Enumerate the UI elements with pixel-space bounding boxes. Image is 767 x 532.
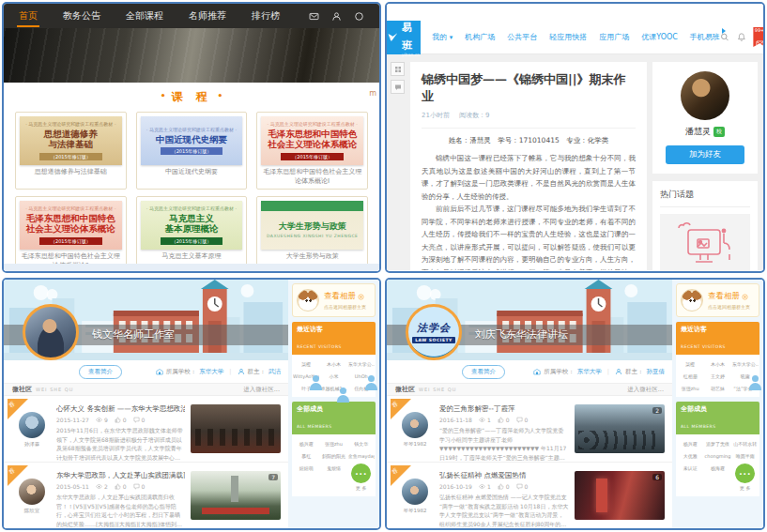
likes-icon[interactable] — [115, 483, 121, 490]
visitor-item[interactable]: 柒橙 — [293, 359, 319, 367]
view-album-card[interactable]: 查看相册 点击返回相册群主页 — [292, 283, 376, 317]
comments-icon[interactable] — [516, 483, 523, 490]
enter-community-link[interactable]: 进入微社区... — [243, 386, 280, 394]
group-info-row: 查看简介 所属学校：东华大学 | 群主：武洁 — [4, 360, 288, 383]
nav-item-org-plaza[interactable]: 机构广场 — [465, 32, 495, 42]
post-photo[interactable] — [191, 404, 281, 453]
view-intro-button[interactable]: 查看简介 — [79, 365, 122, 379]
course-card[interactable]: 大学生形势与政策 DAXUESHENG XINGSHI YU ZHENGCE 大… — [256, 196, 368, 273]
nav-item-yooc[interactable]: 优课YOOC — [641, 32, 678, 42]
add-friend-button[interactable]: 加为好友 — [666, 145, 744, 164]
nav-item-public-platform[interactable]: 公共平台 — [507, 32, 537, 42]
member-item[interactable]: 慕红 — [293, 451, 319, 459]
bell-icon[interactable] — [737, 32, 746, 42]
member-item[interactable]: 大优雅 — [677, 451, 703, 459]
post-title-link[interactable]: 弘扬长征精神 点燃爱国热情 — [439, 471, 569, 480]
comments-toggle-icon[interactable] — [391, 80, 405, 94]
post-photo[interactable]: 6 — [575, 471, 665, 520]
post-title-link[interactable]: 东华大学思政部，人文赴茅山实践团满载而归收官！！ — [56, 471, 185, 480]
more-members-item[interactable]: ···更 多 — [348, 464, 375, 491]
member-item[interactable]: 山不转水转 — [732, 439, 759, 447]
comments-icon[interactable] — [516, 417, 523, 423]
layout-toggle-icon[interactable] — [391, 62, 405, 76]
post-paragraph: 前前后后不过几节课，这门课程尽可能多地为我们学生请到了不同学院，不同学科的老师来… — [422, 203, 636, 270]
member-item[interactable]: 杨兴霆 — [293, 439, 319, 447]
likes-icon[interactable] — [498, 417, 504, 423]
member-item[interactable]: 追梦了无痕 — [704, 439, 730, 447]
visitor-item[interactable]: 东华大学公... — [732, 359, 759, 367]
messages-ribbon-icon[interactable]: 99+ — [753, 27, 765, 47]
cover-title: 社会主义理论体系概论 — [268, 139, 357, 149]
post-title-link[interactable]: 爱的三角形解密--丁霞萍 — [439, 404, 569, 414]
visitor-item[interactable]: 胡艺妹 — [704, 384, 730, 391]
visitor-item[interactable]: 小米 — [320, 372, 346, 379]
member-item[interactable]: 鬼烦恼 — [320, 464, 346, 491]
member-item[interactable]: 唯圆半雨 — [732, 451, 759, 459]
nav-item-mobile-yiban[interactable]: 手机易班 — [690, 32, 720, 42]
view-intro-button[interactable]: 查看简介 — [462, 365, 505, 379]
visitor-item[interactable]: 卓越机械1... — [320, 384, 346, 391]
enter-community-link[interactable]: 进入微社区... — [627, 386, 664, 394]
visitor-item[interactable]: 东华大学公... — [348, 359, 375, 367]
author-avatar[interactable] — [681, 71, 729, 120]
view-album-card[interactable]: 查看相册 点击返回相册群主页 — [676, 283, 759, 317]
views-icon — [479, 483, 485, 490]
nav-item-home[interactable]: 首页 — [19, 4, 38, 28]
post-excerpt: “爱的三角形解密”——丁霞萍老师为人文学院党委学习小组同学主题讲座丁老师 ▼▼▼… — [439, 426, 569, 462]
course-card[interactable]: · 马克思主义理论研究和建设工程重点教材 · 毛泽东思想和中国特色 社会主义理论… — [256, 112, 368, 190]
member-item[interactable]: 斜阳的阳光 — [320, 451, 346, 459]
course-card[interactable]: · 马克思主义理论研究和建设工程重点教材 · 毛泽东思想和中国特色 社会主义理论… — [15, 196, 127, 273]
post-photo[interactable]: 2 — [575, 404, 665, 453]
school-link[interactable]: 东华大学 — [577, 368, 602, 376]
member-item[interactable]: 金鱼mayday — [348, 451, 375, 459]
visitor-item[interactable]: 木小木 — [704, 359, 730, 367]
member-item[interactable]: 妞妞萌 — [293, 464, 319, 491]
more-link[interactable]: m — [369, 89, 376, 98]
member-item[interactable]: 钱文华 — [348, 439, 375, 447]
likes-icon[interactable] — [115, 417, 121, 423]
visitor-item[interactable]: 王文婷 — [704, 372, 730, 379]
post-title-link[interactable]: 心怀大义 务实创新 ——东华大学思想政治理论实践教育活动 — [56, 404, 185, 414]
visitor-item[interactable]: 晓庸 — [732, 372, 759, 379]
courses-heading: •课 程• — [15, 89, 368, 105]
visitor-item[interactable]: UhOh — [348, 372, 375, 379]
course-card[interactable]: · 马克思主义理论研究和建设工程重点教材 · 中国近现代史纲要 （2015年修订… — [136, 112, 248, 190]
group-avatar[interactable] — [23, 304, 79, 360]
post-photo[interactable]: 7 — [191, 471, 281, 520]
member-item[interactable]: 未认证 — [677, 464, 703, 491]
school-link[interactable]: 东华大学 — [199, 368, 223, 376]
visitor-item[interactable]: 张强zhu — [677, 384, 703, 391]
more-members-item[interactable]: ···更 多 — [732, 464, 759, 491]
course-card[interactable]: · 马克思主义理论研究和建设工程重点教材 · 思想道德修养 与法律基础 （201… — [15, 112, 127, 190]
member-item[interactable]: chongming — [704, 451, 730, 459]
nav-item-lightapp[interactable]: 轻应用快搭 — [549, 32, 587, 42]
visitor-item[interactable]: 柒橙 — [677, 359, 703, 367]
member-item[interactable]: 张强zhu — [320, 439, 346, 447]
logo-subtext: yiban.cn — [402, 53, 421, 57]
owner-link[interactable]: 孙亚倩 — [647, 368, 666, 376]
nav-item-app-plaza[interactable]: 应用广场 — [599, 32, 629, 42]
member-item[interactable]: 杨兴霆 — [677, 439, 703, 447]
nav-item-announcements[interactable]: 教务公告 — [63, 4, 100, 28]
mail-icon[interactable] — [309, 11, 319, 22]
member-item[interactable]: 杨海霆 — [704, 464, 730, 491]
group-avatar[interactable]: 法学会 LAW SOCIETY — [406, 304, 462, 360]
visitor-item[interactable]: 木小木 — [320, 359, 346, 367]
nav-item-mine[interactable]: 我的 ▾ — [432, 32, 453, 42]
poster-name: 琴琴1982 — [394, 508, 436, 514]
comments-icon[interactable] — [133, 417, 140, 423]
comments-icon[interactable] — [133, 483, 140, 490]
feed-post: 荐 琴琴1982 爱的三角形解密--丁霞萍 2016-11-18 1 0 0 — [387, 396, 672, 463]
nav-item-ranking[interactable]: 排行榜 — [252, 4, 280, 28]
cover-edition: （2015年修订版） — [161, 237, 223, 246]
user-icon[interactable] — [331, 11, 342, 22]
nav-item-teachers[interactable]: 名师推荐 — [189, 4, 226, 28]
visitor-item[interactable]: 红相册 — [677, 372, 703, 379]
likes-icon[interactable] — [498, 483, 504, 490]
yiban-logo[interactable]: 易班 yiban.cn — [387, 21, 421, 54]
course-card[interactable]: · 马克思主义理论研究和建设工程重点教材 · 马克思主义 基本原理概论 （201… — [136, 196, 248, 273]
owner-link[interactable]: 武洁 — [268, 368, 281, 376]
visitor-item[interactable]: WittyAoYou — [293, 372, 319, 379]
search-icon[interactable] — [354, 11, 364, 22]
nav-item-all-courses[interactable]: 全部课程 — [126, 4, 163, 28]
